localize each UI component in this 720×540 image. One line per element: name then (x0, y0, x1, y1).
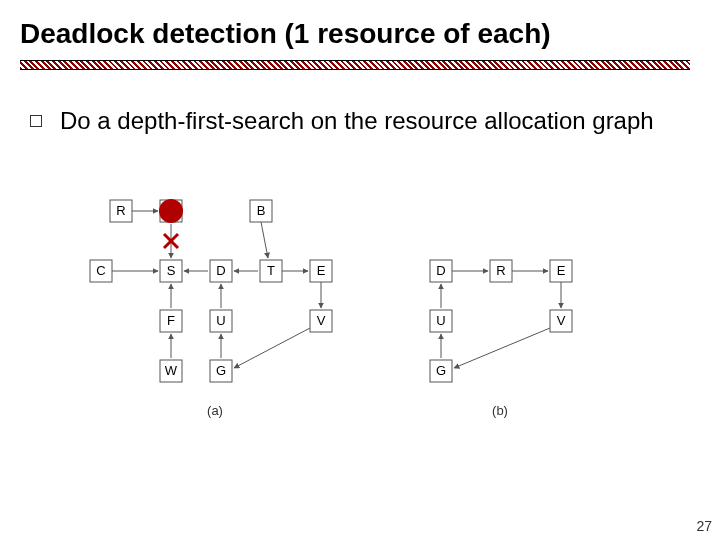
svg-text:U: U (216, 313, 225, 328)
title-rule (20, 60, 690, 68)
node-F: F (160, 310, 182, 332)
svg-text:G: G (436, 363, 446, 378)
node-G: G (430, 360, 452, 382)
page-title: Deadlock detection (1 resource of each) (20, 18, 551, 50)
svg-text:V: V (557, 313, 566, 328)
node-R: R (110, 200, 132, 222)
svg-text:G: G (216, 363, 226, 378)
page-number: 27 (696, 518, 712, 534)
edge-V-G (454, 328, 550, 368)
svg-text:R: R (496, 263, 505, 278)
node-D: D (210, 260, 232, 282)
node-U: U (430, 310, 452, 332)
graph-b: D R E U V G (b) (430, 260, 572, 418)
edge-B-T (261, 222, 268, 258)
node-B: B (250, 200, 272, 222)
node-U: U (210, 310, 232, 332)
svg-text:R: R (116, 203, 125, 218)
bullet-item: Do a depth-first-search on the resource … (30, 105, 654, 136)
graph-b-label: (b) (492, 403, 508, 418)
svg-text:B: B (257, 203, 266, 218)
resource-allocation-diagram: R A B C S D T E F U V W G (80, 190, 640, 450)
svg-text:C: C (96, 263, 105, 278)
dfs-start-dot-icon (159, 199, 183, 223)
node-W: W (160, 360, 182, 382)
node-D: D (430, 260, 452, 282)
svg-text:E: E (317, 263, 326, 278)
svg-text:F: F (167, 313, 175, 328)
node-C: C (90, 260, 112, 282)
node-V: V (310, 310, 332, 332)
svg-text:V: V (317, 313, 326, 328)
node-R: R (490, 260, 512, 282)
bullet-text: Do a depth-first-search on the resource … (60, 105, 654, 136)
svg-text:E: E (557, 263, 566, 278)
node-T: T (260, 260, 282, 282)
graph-a: R A B C S D T E F U V W G (90, 199, 332, 418)
svg-text:U: U (436, 313, 445, 328)
node-V: V (550, 310, 572, 332)
svg-text:D: D (436, 263, 445, 278)
graph-a-label: (a) (207, 403, 223, 418)
svg-text:S: S (167, 263, 176, 278)
edge-V-G (234, 328, 310, 368)
hatch-pattern (20, 60, 690, 70)
node-E: E (550, 260, 572, 282)
svg-text:D: D (216, 263, 225, 278)
node-G: G (210, 360, 232, 382)
svg-text:W: W (165, 363, 178, 378)
node-E: E (310, 260, 332, 282)
bullet-square-icon (30, 115, 42, 127)
svg-text:T: T (267, 263, 275, 278)
node-S: S (160, 260, 182, 282)
diagram-svg: R A B C S D T E F U V W G (80, 190, 640, 450)
